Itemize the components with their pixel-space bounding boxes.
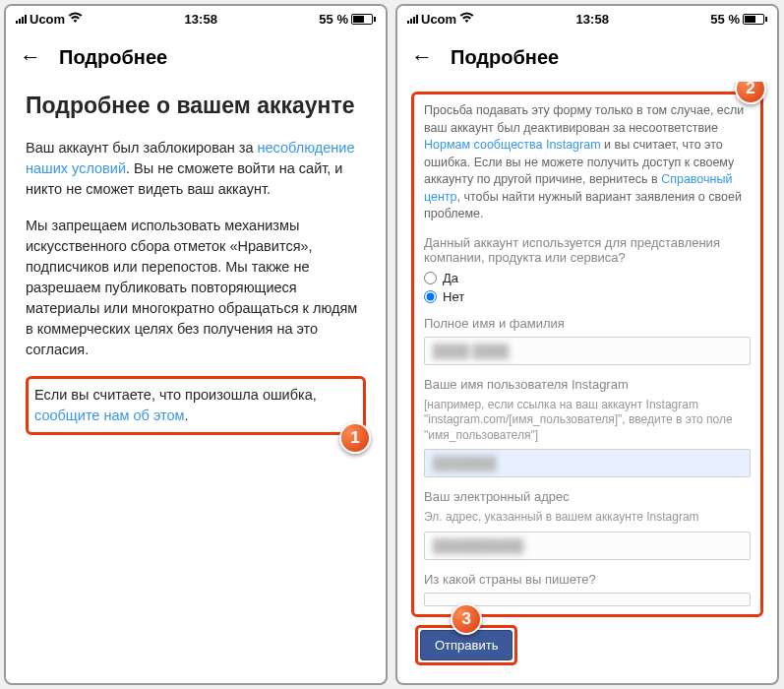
form-area: 2 Просьба подавать эту форму только в то… xyxy=(397,82,777,683)
community-guidelines-link[interactable]: Нормам сообщества Instagram xyxy=(424,138,601,152)
back-arrow-icon[interactable]: ← xyxy=(20,44,41,70)
battery-icon xyxy=(743,14,767,25)
status-time: 13:58 xyxy=(185,12,217,27)
radio-yes-row[interactable]: Да xyxy=(424,271,751,285)
status-bar: Ucom 13:58 55 % xyxy=(397,6,777,32)
carrier-label: Ucom xyxy=(30,12,65,27)
signal-icon xyxy=(16,15,27,24)
username-input[interactable]: ███████ xyxy=(424,449,751,477)
page-header: ← Подробнее xyxy=(397,32,777,82)
label-company-question: Данный аккаунт используется для представ… xyxy=(424,235,751,265)
page-title: Подробнее о вашем аккаунте xyxy=(26,92,366,120)
callout-marker-3: 3 xyxy=(451,603,482,635)
email-input[interactable]: ██████████ xyxy=(424,532,751,560)
signal-icon xyxy=(407,15,418,24)
paragraph-rules: Мы запрещаем использовать механизмы иску… xyxy=(26,216,366,360)
battery-percent: 55 % xyxy=(710,12,740,27)
status-time: 13:58 xyxy=(576,12,609,27)
highlight-report-error: Если вы считаете, что произошла ошибка, … xyxy=(26,376,366,435)
label-country: Из какой страны вы пишете? xyxy=(424,572,751,587)
radio-no[interactable] xyxy=(424,290,437,303)
wifi-icon xyxy=(459,12,474,27)
report-link[interactable]: сообщите нам об этом xyxy=(34,407,185,423)
hint-email: Эл. адрес, указанный в вашем аккаунте In… xyxy=(424,510,751,526)
callout-marker-2: 2 xyxy=(735,82,766,104)
header-title: Подробнее xyxy=(451,46,559,69)
label-fullname: Полное имя и фамилия xyxy=(424,316,751,331)
label-username: Ваше имя пользователя Instagram xyxy=(424,377,751,392)
radio-yes[interactable] xyxy=(424,272,437,284)
paragraph-blocked: Ваш аккаунт был заблокирован за несоблюд… xyxy=(26,138,366,200)
wifi-icon xyxy=(68,12,83,27)
carrier-label: Ucom xyxy=(421,12,456,27)
highlight-form: 2 Просьба подавать эту форму только в то… xyxy=(411,92,763,617)
battery-icon xyxy=(351,14,376,25)
fullname-input[interactable]: ████ ████ xyxy=(424,337,751,365)
header-title: Подробнее xyxy=(59,46,167,69)
back-arrow-icon[interactable]: ← xyxy=(411,44,433,70)
battery-percent: 55 % xyxy=(319,12,348,27)
label-email: Ваш электронный адрес xyxy=(424,489,751,504)
paragraph-report: Если вы считаете, что произошла ошибка, … xyxy=(34,385,357,426)
radio-no-row[interactable]: Нет xyxy=(424,289,751,304)
callout-marker-1: 1 xyxy=(339,422,371,454)
status-bar: Ucom 13:58 55 % xyxy=(6,6,386,32)
form-intro: Просьба подавать эту форму только в том … xyxy=(424,102,751,223)
phone-screen-left: Ucom 13:58 55 % ← Подробнее Подробнее о … xyxy=(4,4,388,685)
phone-screen-right: Ucom 13:58 55 % ← Подробнее 2 Просьба по… xyxy=(395,4,779,685)
content-area: Подробнее о вашем аккаунте Ваш аккаунт б… xyxy=(6,82,386,683)
hint-username: [например, если ссылка на ваш аккаунт In… xyxy=(424,398,751,444)
page-header: ← Подробнее xyxy=(6,32,386,82)
